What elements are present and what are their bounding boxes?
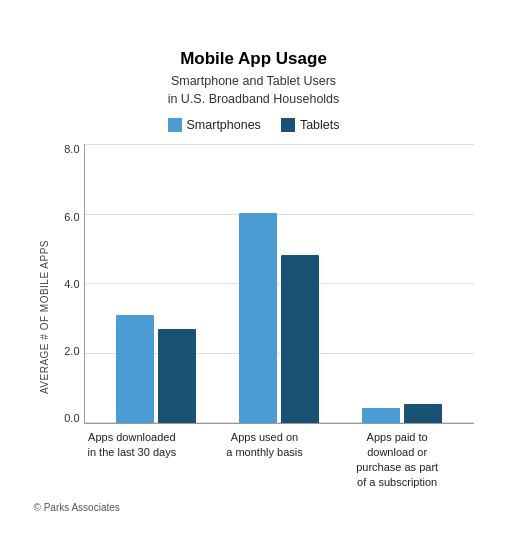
tablets-legend-label: Tablets [300, 118, 340, 132]
x-labels: Apps downloadedin the last 30 daysApps u… [56, 424, 474, 489]
x-label: Apps paid todownload orpurchase as parto… [347, 430, 447, 489]
y-ticks: 0.02.04.06.08.0 [56, 144, 84, 424]
x-label: Apps used ona monthly basis [214, 430, 314, 489]
x-label: Apps downloadedin the last 30 days [82, 430, 182, 489]
chart-inner: 0.02.04.06.08.0 Apps downloadedin the la… [56, 144, 474, 489]
chart-subtitle: Smartphone and Tablet Users in U.S. Broa… [34, 73, 474, 108]
chart-area: AVERAGE # OF MOBILE APPS 0.02.04.06.08.0 [34, 144, 474, 489]
y-tick: 4.0 [56, 279, 84, 290]
bar-tablets [158, 329, 196, 424]
bar-smartphones [362, 408, 400, 424]
bar-tablets [281, 255, 319, 423]
bar-group [116, 315, 196, 424]
chart-container: Mobile App Usage Smartphone and Tablet U… [14, 29, 494, 522]
smartphones-swatch [168, 118, 182, 132]
bar-tablets [404, 404, 442, 423]
legend-item-smartphones: Smartphones [168, 118, 261, 132]
y-axis-label-container: AVERAGE # OF MOBILE APPS [34, 144, 56, 489]
chart-legend: Smartphones Tablets [34, 118, 474, 132]
y-axis-label: AVERAGE # OF MOBILE APPS [39, 240, 51, 394]
tablets-swatch [281, 118, 295, 132]
bar-group [239, 213, 319, 423]
plot-area: 0.02.04.06.08.0 [56, 144, 474, 424]
bar-group [362, 404, 442, 423]
bar-smartphones [239, 213, 277, 423]
y-tick: 2.0 [56, 346, 84, 357]
bars-and-grid [84, 144, 474, 424]
bars-area [85, 144, 474, 423]
smartphones-legend-label: Smartphones [187, 118, 261, 132]
footer: © Parks Associates [34, 502, 474, 513]
chart-title: Mobile App Usage [34, 49, 474, 69]
y-tick: 6.0 [56, 212, 84, 223]
y-tick: 8.0 [56, 144, 84, 155]
y-tick: 0.0 [56, 413, 84, 424]
legend-item-tablets: Tablets [281, 118, 340, 132]
bar-smartphones [116, 315, 154, 424]
